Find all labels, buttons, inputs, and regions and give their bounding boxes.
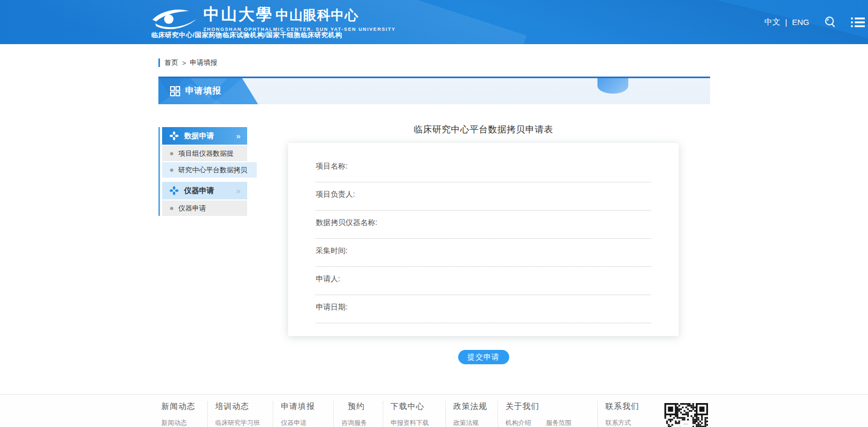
breadcrumb-home-link[interactable]: 首页 — [165, 58, 179, 68]
footer-qr-block: 扫码关注公众号 — [661, 401, 711, 427]
grid-2x2-icon — [170, 86, 180, 96]
sidebar-group-label: 数据申请 — [184, 131, 214, 141]
footer-col-reservation: 预约 咨询服务 — [333, 401, 382, 427]
sidebar-item-instrument-application[interactable]: 仪器申请 — [162, 200, 247, 216]
project-name-input[interactable] — [316, 171, 651, 182]
language-switcher: 中文 | ENG — [764, 17, 809, 27]
banner-title-polygon: 申请填报 — [158, 78, 258, 104]
brand-tagline: 临床研究中心/国家药物临床试验机构/国家干细胞临床研究机构 — [151, 31, 342, 40]
sidebar-item-label: 项目组仪器数据提 — [179, 149, 234, 158]
footer-col-training: 培训动态 临床研究学习班 临床研究俱乐部 — [207, 401, 273, 427]
brand-university: 中山大學 — [204, 4, 274, 26]
footer-heading: 培训动态 — [215, 401, 266, 412]
chevron-right-icon: » — [236, 131, 240, 140]
footer-heading: 预约 — [341, 401, 375, 412]
lang-divider: | — [785, 18, 787, 27]
footer-heading: 关于我们 — [505, 401, 590, 412]
applicant-input[interactable] — [316, 283, 651, 295]
footer-col-contact: 联系我们 联系方式 临床研究Q&A — [597, 401, 661, 427]
footer-heading: 联系我们 — [605, 401, 654, 412]
search-icon[interactable] — [823, 15, 837, 29]
eye-swoosh-icon — [151, 7, 198, 34]
banner-decorative-circle — [597, 78, 628, 94]
lang-chinese[interactable]: 中文 — [764, 17, 780, 27]
sidebar-item-project-instrument-data[interactable]: 项目组仪器数据提 — [162, 146, 247, 161]
footer-link[interactable]: 联系方式 — [605, 418, 654, 427]
field-label-collection-time: 采集时间: — [316, 246, 651, 255]
bullet-icon — [170, 169, 173, 172]
footer-link[interactable]: 政策法规 — [453, 418, 490, 427]
lang-english[interactable]: ENG — [792, 18, 810, 27]
footer-col-news: 新闻动态 新闻动态 — [157, 401, 207, 427]
qr-code — [664, 403, 708, 427]
field-label-project-name: 项目名称: — [316, 161, 651, 171]
breadcrumb-separator: > — [182, 59, 187, 67]
bullet-icon — [170, 207, 173, 210]
four-petal-icon — [170, 131, 179, 140]
submit-application-button[interactable]: 提交申请 — [458, 350, 509, 364]
field-label-application-date: 申请日期: — [316, 302, 651, 312]
breadcrumb-current: 申请填报 — [190, 58, 217, 68]
project-leader-input[interactable] — [316, 199, 651, 211]
collection-time-input[interactable] — [316, 255, 651, 267]
footer-link[interactable]: 临床研究学习班 — [215, 418, 266, 427]
menu-icon[interactable] — [851, 17, 865, 28]
breadcrumb-accent-bar — [158, 58, 160, 67]
sidebar-item-label: 仪器申请 — [179, 204, 206, 213]
four-petal-icon — [170, 186, 179, 195]
footer-col-application: 申请填报 仪器申请 数据申请 — [273, 401, 333, 427]
sidebar-menu: 数据申请 » 项目组仪器数据提 研究中心平台数据拷贝 仪器申请 » — [158, 127, 257, 216]
footer-heading: 下载中心 — [391, 401, 438, 412]
footer-heading: 新闻动态 — [162, 401, 200, 412]
sidebar-group-label: 仪器申请 — [184, 186, 214, 196]
site-header: 中山大學 中山眼科中心 ZHONGSHAN OPHTHALMIC CENTER.… — [0, 0, 868, 44]
chevron-right-icon: » — [236, 186, 240, 195]
banner-title: 申请填报 — [186, 86, 222, 97]
footer-link[interactable]: 申报资料下载 — [391, 418, 438, 427]
field-label-project-leader: 项目负责人: — [316, 189, 651, 199]
sidebar-group-data-application[interactable]: 数据申请 » — [162, 127, 247, 145]
breadcrumb: 首页 > 申请填报 — [158, 58, 710, 68]
footer-link[interactable]: 仪器申请 — [281, 418, 326, 427]
sidebar-group-instrument-application[interactable]: 仪器申请 » — [162, 182, 247, 199]
footer-link[interactable]: 服务范围 — [546, 418, 584, 427]
footer-link[interactable]: 咨询服务 — [341, 418, 375, 427]
sidebar-item-center-platform-data-copy[interactable]: 研究中心平台数据拷贝 — [162, 162, 257, 178]
form-title: 临床研究中心平台数据拷贝申请表 — [257, 123, 710, 136]
application-date-input[interactable] — [316, 312, 651, 323]
footer-link[interactable]: 机构介绍 — [505, 418, 538, 427]
footer-col-about: 关于我们 机构介绍 组织架构 机构风采 临床研究协调员 服务范围 人员介绍 临床… — [498, 401, 597, 427]
footer-col-download: 下载中心 申报资料下载 政策法规下载 学习资料下载 规培轮训下载 — [383, 401, 445, 427]
sidebar-item-label: 研究中心平台数据拷贝 — [179, 165, 248, 175]
section-banner: 申请填报 — [158, 77, 710, 104]
site-footer: 新闻动态 新闻动态 培训动态 临床研究学习班 临床研究俱乐部 申请填报 仪器申请… — [0, 394, 868, 427]
site-logo[interactable]: 中山大學 中山眼科中心 ZHONGSHAN OPHTHALMIC CENTER.… — [151, 4, 396, 34]
instrument-name-input[interactable] — [316, 227, 651, 239]
application-form-card: 项目名称: 项目负责人: 数据拷贝仪器名称: 采集时间: 申请人: — [288, 143, 679, 336]
bullet-icon — [170, 152, 173, 155]
footer-heading: 政策法规 — [453, 401, 490, 412]
footer-col-policy: 政策法规 政策法规 — [445, 401, 498, 427]
field-label-applicant: 申请人: — [316, 274, 651, 283]
brand-center-name: 中山眼科中心 — [276, 6, 359, 24]
footer-heading: 申请填报 — [281, 401, 326, 412]
field-label-instrument-name: 数据拷贝仪器名称: — [316, 217, 651, 227]
footer-link[interactable]: 新闻动态 — [162, 418, 200, 427]
